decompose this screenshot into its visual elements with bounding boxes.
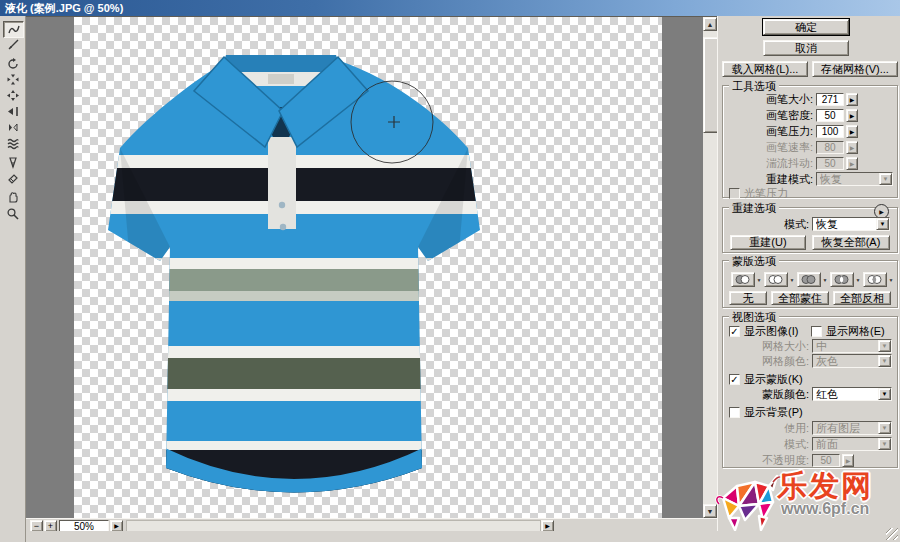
show-mesh-label: 显示网格(E) [826, 324, 885, 339]
mask-all-button[interactable]: 全部蒙住 [771, 291, 829, 305]
reconstruct-options-group: 重建选项 ▶ 模式: 恢复 ▼ 重建(U) 恢复全部(A) [722, 207, 898, 253]
mask-invert-selection-icon[interactable] [863, 272, 887, 287]
show-mask-label: 显示蒙版(K) [744, 372, 803, 387]
tool-thaw-mask[interactable] [3, 171, 22, 186]
backdrop-mode-label: 模式: [723, 438, 809, 451]
tool-bloat[interactable] [3, 88, 22, 103]
reconstruct-options-legend: 重建选项 [729, 201, 779, 216]
turbulent-jitter-field: 50 [816, 157, 844, 170]
watermark-site-url: www.6pf.cn [781, 500, 869, 518]
brush-rate-label: 画笔速率: [727, 141, 813, 154]
brush-pressure-label: 画笔压力: [727, 125, 813, 138]
vertical-scrollbar[interactable]: ▲ ▼ [703, 17, 717, 518]
brush-rate-slider-arrow: ▶ [846, 141, 858, 154]
dialog-titlebar[interactable]: 液化 (案例.JPG @ 50%) [0, 0, 900, 16]
reconstruct-mode2-label: 模式: [723, 218, 809, 231]
turbulent-jitter-slider-arrow: ▶ [846, 157, 858, 170]
preview-area: ▲ ▼ − + 50% ▶ ▶ [26, 16, 717, 531]
dropdown-arrow-icon[interactable]: ▼ [878, 388, 891, 400]
show-mask-checkbox[interactable]: ✓ [729, 374, 740, 385]
show-backdrop-row[interactable]: 显示背景(P) [729, 405, 803, 420]
brush-size-label: 画笔大小: [727, 93, 813, 106]
reconstruct-button[interactable]: 重建(U) [730, 235, 806, 250]
stylus-pressure-checkbox [729, 188, 740, 199]
dropdown-arrow-icon[interactable]: ▼ [887, 276, 895, 283]
tool-options-group: 工具选项 画笔大小: 271 ▶ 画笔密度: 50 ▶ 画笔压力: 100 ▶ … [722, 85, 898, 198]
tool-push-left[interactable] [3, 104, 22, 119]
mask-subtract-from-selection-icon[interactable] [797, 272, 821, 287]
brush-pressure-field[interactable]: 100 [816, 125, 844, 138]
brush-size-slider-arrow[interactable]: ▶ [846, 93, 858, 106]
mask-replace-selection-icon[interactable] [731, 272, 755, 287]
mask-intersect-with-selection-icon[interactable] [830, 272, 854, 287]
liquify-brush-cursor[interactable] [348, 78, 436, 166]
show-mesh-row[interactable]: 显示网格(E) [811, 324, 885, 339]
dialog-bottom-edge [26, 531, 900, 542]
tool-twirl-clockwise[interactable] [3, 56, 22, 71]
watermark: 乐发网 www.6pf.cn [715, 468, 900, 538]
show-backdrop-label: 显示背景(P) [744, 405, 803, 420]
view-options-group: 视图选项 ✓ 显示图像(I) 显示网格(E) 网格大小: 中 ▼ 网格颜色: 灰… [722, 316, 898, 468]
stylus-pressure-label: 光笔压力 [744, 186, 788, 201]
options-panel: 确定 取消 载入网格(L)... 存储网格(V)... 工具选项 画笔大小: 2… [717, 16, 900, 542]
mask-options-group: 蒙版选项 ▼ ▼ ▼ ▼ ▼ 无 全部蒙住 全部反相 [722, 260, 898, 308]
mesh-color-select: 灰色 ▼ [812, 354, 892, 368]
brush-pressure-slider-arrow[interactable]: ▶ [846, 125, 858, 138]
invert-all-button[interactable]: 全部反相 [833, 291, 891, 305]
mask-options-legend: 蒙版选项 [729, 254, 779, 269]
dropdown-arrow-icon[interactable]: ▼ [788, 276, 796, 283]
liquify-toolbar [0, 16, 26, 542]
dropdown-arrow-icon[interactable]: ▼ [755, 276, 763, 283]
tool-hand[interactable] [3, 190, 22, 205]
show-backdrop-checkbox[interactable] [729, 407, 740, 418]
dropdown-arrow-icon: ▼ [879, 173, 892, 185]
turbulent-jitter-label: 湍流抖动: [727, 157, 813, 170]
show-mesh-checkbox[interactable] [811, 326, 822, 337]
show-mask-row[interactable]: ✓ 显示蒙版(K) [729, 372, 803, 387]
show-image-label: 显示图像(I) [744, 324, 798, 339]
preview-statusbar: − + 50% ▶ ▶ [26, 518, 717, 532]
tool-freeze-mask[interactable] [3, 155, 22, 170]
stylus-pressure-row: 光笔压力 [729, 186, 788, 201]
resize-grip[interactable] [886, 528, 898, 540]
watermark-bull-logo [715, 468, 785, 536]
canvas-transparency-checker[interactable] [74, 17, 662, 518]
brush-density-label: 画笔密度: [727, 109, 813, 122]
tool-forward-warp[interactable] [3, 21, 24, 38]
use-select: 所有图层 ▼ [812, 421, 892, 435]
use-label: 使用: [723, 422, 809, 435]
tool-mirror[interactable] [3, 120, 22, 135]
show-image-checkbox[interactable]: ✓ [729, 326, 740, 337]
mesh-size-select: 中 ▼ [812, 339, 892, 353]
dropdown-arrow-icon: ▼ [878, 422, 891, 434]
scroll-up-button[interactable]: ▲ [703, 17, 717, 31]
brush-density-field[interactable]: 50 [816, 109, 844, 122]
tool-reconstruct[interactable] [3, 37, 22, 52]
restore-all-button[interactable]: 恢复全部(A) [812, 235, 890, 250]
reconstruct-mode2-select[interactable]: 恢复 ▼ [812, 217, 890, 231]
tool-options-legend: 工具选项 [729, 79, 779, 94]
mask-add-to-selection-icon[interactable] [764, 272, 788, 287]
brush-density-slider-arrow[interactable]: ▶ [846, 109, 858, 122]
dialog-title: 液化 (案例.JPG @ 50%) [5, 2, 123, 14]
show-image-row[interactable]: ✓ 显示图像(I) [729, 324, 798, 339]
dropdown-arrow-icon[interactable]: ▼ [854, 276, 862, 283]
tool-pucker[interactable] [3, 72, 22, 87]
brush-size-field[interactable]: 271 [816, 93, 844, 106]
liquify-dialog: 液化 (案例.JPG @ 50%) [0, 0, 900, 542]
tool-zoom[interactable] [3, 206, 22, 221]
tool-turbulence[interactable] [3, 136, 22, 151]
mask-color-select[interactable]: 红色 ▼ [812, 387, 892, 401]
dropdown-arrow-icon[interactable]: ▼ [821, 276, 829, 283]
ok-button[interactable]: 确定 [763, 19, 849, 35]
reconstruct-mode-label: 重建模式: [727, 173, 813, 186]
load-mesh-button[interactable]: 载入网格(L)... [722, 61, 808, 77]
mask-color-label: 蒙版颜色: [723, 388, 809, 401]
save-mesh-button[interactable]: 存储网格(V)... [812, 61, 898, 77]
dropdown-arrow-icon: ▼ [878, 355, 891, 367]
mask-none-button[interactable]: 无 [729, 291, 767, 305]
mesh-size-label: 网格大小: [723, 340, 809, 353]
cancel-button[interactable]: 取消 [763, 40, 849, 56]
dropdown-arrow-icon[interactable]: ▼ [876, 218, 889, 230]
view-options-legend: 视图选项 [729, 310, 779, 325]
